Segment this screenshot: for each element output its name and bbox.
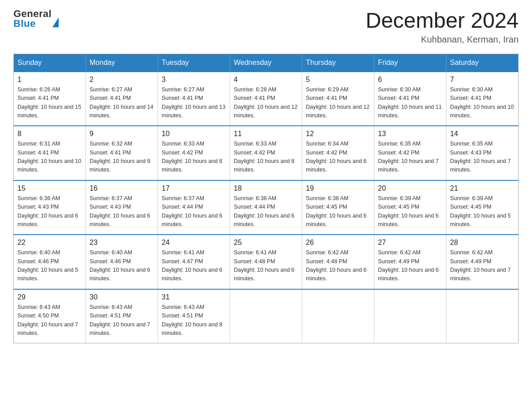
- calendar-cell: 29 Sunrise: 6:43 AMSunset: 4:50 PMDaylig…: [14, 289, 86, 343]
- day-info: Sunrise: 6:39 AMSunset: 4:45 PMDaylight:…: [378, 194, 442, 229]
- day-info: Sunrise: 6:40 AMSunset: 4:46 PMDaylight:…: [90, 248, 154, 283]
- calendar-cell: 18 Sunrise: 6:38 AMSunset: 4:44 PMDaylig…: [230, 180, 302, 235]
- calendar-cell: [230, 289, 302, 343]
- calendar-body: 1 Sunrise: 6:26 AMSunset: 4:41 PMDayligh…: [14, 72, 519, 343]
- day-number: 12: [306, 130, 370, 138]
- day-info: Sunrise: 6:32 AMSunset: 4:41 PMDaylight:…: [90, 140, 154, 175]
- day-info: Sunrise: 6:42 AMSunset: 4:48 PMDaylight:…: [306, 248, 370, 283]
- calendar-cell: 1 Sunrise: 6:26 AMSunset: 4:41 PMDayligh…: [14, 72, 86, 126]
- calendar-cell: 9 Sunrise: 6:32 AMSunset: 4:41 PMDayligh…: [86, 126, 158, 180]
- calendar-cell: 21 Sunrise: 6:39 AMSunset: 4:45 PMDaylig…: [446, 180, 519, 235]
- calendar-cell: 11 Sunrise: 6:33 AMSunset: 4:42 PMDaylig…: [230, 126, 302, 180]
- calendar-cell: 16 Sunrise: 6:37 AMSunset: 4:43 PMDaylig…: [86, 180, 158, 235]
- day-number: 3: [162, 76, 226, 84]
- day-info: Sunrise: 6:28 AMSunset: 4:41 PMDaylight:…: [234, 86, 298, 120]
- calendar-cell: 7 Sunrise: 6:30 AMSunset: 4:41 PMDayligh…: [446, 72, 519, 126]
- day-info: Sunrise: 6:27 AMSunset: 4:41 PMDaylight:…: [90, 86, 154, 120]
- day-of-week-friday: Friday: [374, 54, 446, 72]
- calendar-week-5: 29 Sunrise: 6:43 AMSunset: 4:50 PMDaylig…: [14, 289, 519, 343]
- calendar-cell: 26 Sunrise: 6:42 AMSunset: 4:48 PMDaylig…: [302, 235, 374, 289]
- day-info: Sunrise: 6:27 AMSunset: 4:41 PMDaylight:…: [162, 86, 226, 120]
- day-of-week-monday: Monday: [86, 54, 158, 72]
- day-number: 16: [90, 184, 154, 193]
- calendar-cell: 3 Sunrise: 6:27 AMSunset: 4:41 PMDayligh…: [158, 72, 230, 126]
- day-number: 23: [90, 239, 154, 247]
- calendar-header: SundayMondayTuesdayWednesdayThursdayFrid…: [14, 54, 519, 72]
- logo: General Blue: [13, 9, 59, 29]
- day-number: 5: [306, 76, 370, 84]
- calendar-cell: 25 Sunrise: 6:41 AMSunset: 4:48 PMDaylig…: [230, 235, 302, 289]
- day-info: Sunrise: 6:43 AMSunset: 4:51 PMDaylight:…: [162, 303, 226, 338]
- day-info: Sunrise: 6:37 AMSunset: 4:44 PMDaylight:…: [162, 194, 226, 229]
- day-number: 1: [17, 76, 82, 84]
- day-info: Sunrise: 6:38 AMSunset: 4:45 PMDaylight:…: [306, 194, 370, 229]
- day-number: 31: [162, 293, 226, 301]
- calendar-cell: 6 Sunrise: 6:30 AMSunset: 4:41 PMDayligh…: [374, 72, 446, 126]
- day-info: Sunrise: 6:36 AMSunset: 4:43 PMDaylight:…: [17, 194, 82, 229]
- day-info: Sunrise: 6:34 AMSunset: 4:42 PMDaylight:…: [306, 140, 370, 175]
- day-info: Sunrise: 6:35 AMSunset: 4:42 PMDaylight:…: [378, 140, 442, 175]
- day-info: Sunrise: 6:39 AMSunset: 4:45 PMDaylight:…: [450, 194, 515, 229]
- calendar-cell: 14 Sunrise: 6:35 AMSunset: 4:43 PMDaylig…: [446, 126, 519, 180]
- day-number: 18: [234, 184, 298, 193]
- day-of-week-wednesday: Wednesday: [230, 54, 302, 72]
- calendar-cell: 5 Sunrise: 6:29 AMSunset: 4:41 PMDayligh…: [302, 72, 374, 126]
- day-info: Sunrise: 6:33 AMSunset: 4:42 PMDaylight:…: [234, 140, 298, 175]
- month-title: December 2024: [365, 9, 519, 33]
- day-number: 15: [17, 184, 82, 193]
- day-info: Sunrise: 6:43 AMSunset: 4:50 PMDaylight:…: [17, 303, 82, 338]
- day-number: 24: [162, 239, 226, 247]
- calendar-cell: 17 Sunrise: 6:37 AMSunset: 4:44 PMDaylig…: [158, 180, 230, 235]
- day-of-week-saturday: Saturday: [446, 54, 519, 72]
- day-info: Sunrise: 6:43 AMSunset: 4:51 PMDaylight:…: [90, 303, 154, 338]
- day-number: 30: [90, 293, 154, 301]
- calendar-cell: 23 Sunrise: 6:40 AMSunset: 4:46 PMDaylig…: [86, 235, 158, 289]
- title-block: December 2024 Kuhbanan, Kerman, Iran: [365, 9, 519, 45]
- day-info: Sunrise: 6:40 AMSunset: 4:46 PMDaylight:…: [17, 248, 82, 283]
- day-number: 22: [17, 239, 82, 247]
- calendar-cell: 4 Sunrise: 6:28 AMSunset: 4:41 PMDayligh…: [230, 72, 302, 126]
- day-number: 21: [450, 184, 515, 193]
- calendar-cell: 22 Sunrise: 6:40 AMSunset: 4:46 PMDaylig…: [14, 235, 86, 289]
- day-number: 8: [17, 130, 82, 138]
- day-info: Sunrise: 6:26 AMSunset: 4:41 PMDaylight:…: [17, 86, 82, 120]
- day-number: 29: [17, 293, 82, 301]
- calendar-week-4: 22 Sunrise: 6:40 AMSunset: 4:46 PMDaylig…: [14, 235, 519, 289]
- calendar-cell: 13 Sunrise: 6:35 AMSunset: 4:42 PMDaylig…: [374, 126, 446, 180]
- day-number: 7: [450, 76, 515, 84]
- calendar-cell: 31 Sunrise: 6:43 AMSunset: 4:51 PMDaylig…: [158, 289, 230, 343]
- day-info: Sunrise: 6:41 AMSunset: 4:48 PMDaylight:…: [234, 248, 298, 283]
- calendar-week-1: 1 Sunrise: 6:26 AMSunset: 4:41 PMDayligh…: [14, 72, 519, 126]
- day-info: Sunrise: 6:31 AMSunset: 4:41 PMDaylight:…: [17, 140, 82, 175]
- logo-triangle-icon: [52, 17, 59, 27]
- days-of-week-row: SundayMondayTuesdayWednesdayThursdayFrid…: [14, 54, 519, 72]
- day-number: 28: [450, 239, 515, 247]
- calendar-cell: 10 Sunrise: 6:33 AMSunset: 4:42 PMDaylig…: [158, 126, 230, 180]
- calendar-cell: [446, 289, 519, 343]
- day-number: 13: [378, 130, 442, 138]
- day-number: 14: [450, 130, 515, 138]
- day-info: Sunrise: 6:41 AMSunset: 4:47 PMDaylight:…: [162, 248, 226, 283]
- day-number: 10: [162, 130, 226, 138]
- calendar-cell: 8 Sunrise: 6:31 AMSunset: 4:41 PMDayligh…: [14, 126, 86, 180]
- day-info: Sunrise: 6:42 AMSunset: 4:49 PMDaylight:…: [450, 248, 515, 283]
- day-number: 19: [306, 184, 370, 193]
- day-number: 9: [90, 130, 154, 138]
- calendar-cell: [302, 289, 374, 343]
- location-text: Kuhbanan, Kerman, Iran: [365, 34, 519, 45]
- day-info: Sunrise: 6:33 AMSunset: 4:42 PMDaylight:…: [162, 140, 226, 175]
- day-of-week-thursday: Thursday: [302, 54, 374, 72]
- calendar-cell: 12 Sunrise: 6:34 AMSunset: 4:42 PMDaylig…: [302, 126, 374, 180]
- day-info: Sunrise: 6:42 AMSunset: 4:49 PMDaylight:…: [378, 248, 442, 283]
- day-number: 17: [162, 184, 226, 193]
- calendar-week-3: 15 Sunrise: 6:36 AMSunset: 4:43 PMDaylig…: [14, 180, 519, 235]
- calendar-cell: 30 Sunrise: 6:43 AMSunset: 4:51 PMDaylig…: [86, 289, 158, 343]
- day-number: 6: [378, 76, 442, 84]
- day-info: Sunrise: 6:30 AMSunset: 4:41 PMDaylight:…: [450, 86, 515, 120]
- day-of-week-sunday: Sunday: [14, 54, 86, 72]
- day-number: 25: [234, 239, 298, 247]
- calendar-cell: 15 Sunrise: 6:36 AMSunset: 4:43 PMDaylig…: [14, 180, 86, 235]
- day-number: 26: [306, 239, 370, 247]
- day-info: Sunrise: 6:37 AMSunset: 4:43 PMDaylight:…: [90, 194, 154, 229]
- day-number: 4: [234, 76, 298, 84]
